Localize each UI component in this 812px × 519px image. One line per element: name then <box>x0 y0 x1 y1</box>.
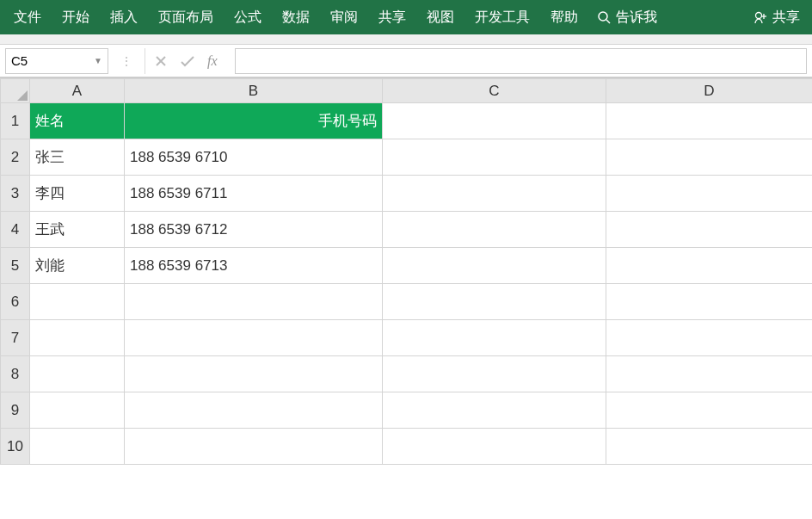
cell-b5[interactable]: 188 6539 6713 <box>125 248 383 284</box>
tab-review[interactable]: 审阅 <box>320 0 368 34</box>
cell-d3[interactable] <box>606 176 813 212</box>
cell-d7[interactable] <box>606 320 813 356</box>
cell-a5[interactable]: 刘能 <box>30 248 125 284</box>
row-head-4[interactable]: 4 <box>1 212 30 248</box>
cell-c5[interactable] <box>383 248 606 284</box>
row-head-7[interactable]: 7 <box>1 320 30 356</box>
cell-d6[interactable] <box>606 284 813 320</box>
cell-b8[interactable] <box>125 356 383 392</box>
row-head-8[interactable]: 8 <box>1 356 30 392</box>
name-box[interactable]: C5 ▼ <box>5 48 108 74</box>
share-button[interactable]: 共享 <box>745 0 809 34</box>
share-icon <box>754 10 767 24</box>
row-head-6[interactable]: 6 <box>1 284 30 320</box>
select-all-corner[interactable] <box>1 79 30 103</box>
ribbon-bar: 文件 开始 插入 页面布局 公式 数据 审阅 共享 视图 开发工具 帮助 告诉我… <box>0 0 812 34</box>
cell-c6[interactable] <box>383 284 606 320</box>
tab-help[interactable]: 帮助 <box>540 0 588 34</box>
cell-a2[interactable]: 张三 <box>30 139 125 176</box>
row-head-9[interactable]: 9 <box>1 392 30 429</box>
tab-developer[interactable]: 开发工具 <box>464 0 540 34</box>
cell-d9[interactable] <box>606 392 813 429</box>
cell-c4[interactable] <box>383 212 606 248</box>
cell-c8[interactable] <box>383 356 606 392</box>
cell-c10[interactable] <box>383 429 606 465</box>
spreadsheet-grid[interactable]: A B C D 1 姓名 手机号码 2 张三 188 6539 6710 3 <box>0 77 812 519</box>
chevron-down-icon[interactable]: ▼ <box>94 56 102 65</box>
tab-formulas[interactable]: 公式 <box>224 0 272 34</box>
tab-insert[interactable]: 插入 <box>100 0 148 34</box>
cell-d8[interactable] <box>606 356 813 392</box>
cell-a4[interactable]: 王武 <box>30 212 125 248</box>
svg-line-1 <box>606 20 610 23</box>
cell-b4[interactable]: 188 6539 6712 <box>125 212 383 248</box>
search-icon <box>597 10 611 24</box>
col-head-a[interactable]: A <box>30 79 125 103</box>
cell-b6[interactable] <box>125 284 383 320</box>
cell-c2[interactable] <box>383 139 606 176</box>
formula-bar: C5 ▼ ⋮ fx <box>0 45 812 77</box>
cell-a10[interactable] <box>30 429 125 465</box>
tab-file[interactable]: 文件 <box>3 0 52 34</box>
share-label: 共享 <box>772 9 800 27</box>
row-head-10[interactable]: 10 <box>1 429 30 465</box>
cell-d1[interactable] <box>606 103 813 139</box>
cell-c3[interactable] <box>383 176 606 212</box>
name-box-value: C5 <box>11 53 28 68</box>
cell-b3[interactable]: 188 6539 6711 <box>125 176 383 212</box>
cell-b1[interactable]: 手机号码 <box>125 103 383 139</box>
svg-point-2 <box>756 13 762 19</box>
cell-b7[interactable] <box>125 320 383 356</box>
cell-a9[interactable] <box>30 392 125 429</box>
tab-view[interactable]: 视图 <box>416 0 464 34</box>
svg-point-0 <box>599 12 607 21</box>
options-icon[interactable]: ⋮ <box>117 54 136 68</box>
cell-d5[interactable] <box>606 248 813 284</box>
tab-data[interactable]: 数据 <box>272 0 320 34</box>
cell-d4[interactable] <box>606 212 813 248</box>
cell-d2[interactable] <box>606 139 813 176</box>
cell-a1[interactable]: 姓名 <box>30 103 125 139</box>
enter-icon[interactable] <box>180 54 195 68</box>
tab-page-layout[interactable]: 页面布局 <box>148 0 224 34</box>
cell-a3[interactable]: 李四 <box>30 176 125 212</box>
tab-share[interactable]: 共享 <box>368 0 416 34</box>
cancel-icon[interactable] <box>154 54 168 68</box>
row-head-2[interactable]: 2 <box>1 139 30 176</box>
tell-me-label: 告诉我 <box>616 9 657 27</box>
col-head-b[interactable]: B <box>125 79 383 103</box>
cell-c1[interactable] <box>383 103 606 139</box>
col-head-c[interactable]: C <box>383 79 606 103</box>
row-head-1[interactable]: 1 <box>1 103 30 139</box>
cell-c7[interactable] <box>383 320 606 356</box>
row-head-3[interactable]: 3 <box>1 176 30 212</box>
col-head-d[interactable]: D <box>606 79 813 103</box>
cell-c9[interactable] <box>383 392 606 429</box>
cell-a7[interactable] <box>30 320 125 356</box>
cell-a6[interactable] <box>30 284 125 320</box>
tab-home[interactable]: 开始 <box>52 0 100 34</box>
cell-b9[interactable] <box>125 392 383 429</box>
tell-me-search[interactable]: 告诉我 <box>588 0 666 34</box>
fx-icon[interactable]: fx <box>207 53 218 69</box>
formula-input[interactable] <box>235 48 807 74</box>
ribbon-lower-strip <box>0 34 812 45</box>
fx-controls: fx <box>145 48 226 74</box>
cell-b2[interactable]: 188 6539 6710 <box>125 139 383 176</box>
row-head-5[interactable]: 5 <box>1 248 30 284</box>
cell-a8[interactable] <box>30 356 125 392</box>
cell-d10[interactable] <box>606 429 813 465</box>
cell-b10[interactable] <box>125 429 383 465</box>
